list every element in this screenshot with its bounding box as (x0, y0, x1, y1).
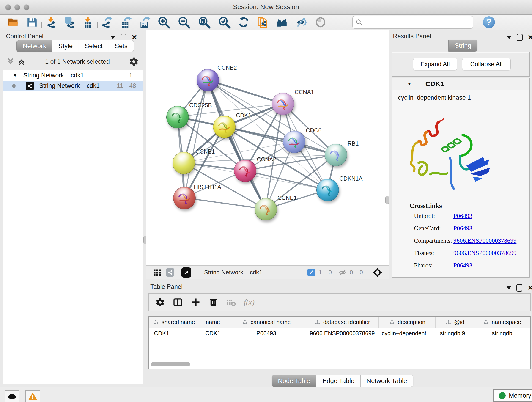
hide-selected-icon[interactable] (295, 16, 308, 29)
tab-select[interactable]: Select (79, 40, 109, 52)
cell-name[interactable]: CDK1 (199, 328, 227, 338)
network-edge-count: 48 (129, 82, 136, 89)
expand-all-icon[interactable] (17, 57, 26, 66)
network-tree: ▼ String Network – cdk1 1 String Network… (3, 70, 143, 384)
protein-thumbnail-icon (167, 106, 189, 128)
horizontal-scrollbar-thumb[interactable] (151, 362, 190, 366)
tab-sets[interactable]: Sets (109, 40, 134, 52)
node-CDC25B[interactable] (166, 106, 189, 128)
network-selection-status: 1 of 1 Network selected (26, 58, 129, 65)
panel-collapse-icon[interactable] (506, 286, 511, 289)
cell-shared-name[interactable]: CDK1 (149, 328, 199, 338)
zoom-selected-icon[interactable] (218, 16, 231, 29)
expand-all-button[interactable]: Expand All (413, 58, 457, 70)
selected-nodes-checkbox-icon[interactable]: ✓ (307, 269, 315, 276)
tab-network[interactable]: Network (17, 40, 52, 52)
cell-namespace[interactable]: stringdb (474, 328, 530, 338)
tab-style[interactable]: Style (52, 40, 79, 52)
tab-edge-table[interactable]: Edge Table (317, 375, 361, 387)
export-table-icon[interactable] (119, 16, 133, 29)
collapse-all-button[interactable]: Collapse All (462, 58, 511, 70)
help-button[interactable]: ? (483, 16, 495, 28)
panel-collapse-icon[interactable] (110, 36, 115, 39)
tab-network-table[interactable]: Network Table (361, 375, 413, 387)
import-network-database-icon[interactable] (63, 16, 76, 29)
panel-collapse-icon[interactable] (507, 36, 512, 39)
node-CCNA2[interactable] (234, 160, 256, 182)
fit-selected-crosshair-icon[interactable] (372, 267, 383, 278)
crosslink-link[interactable]: P06493 (453, 262, 472, 269)
cell-description[interactable]: cyclin–dependent ... (379, 328, 436, 338)
cloud-status-button[interactable] (5, 390, 19, 402)
panel-close-icon[interactable]: ✕ (527, 284, 532, 291)
search-input[interactable] (352, 16, 473, 29)
panel-float-icon[interactable] (516, 284, 522, 292)
open-in-new-window-icon[interactable] (181, 268, 191, 278)
show-columns-icon[interactable] (173, 297, 183, 307)
network-from-clipboard-icon[interactable] (256, 16, 269, 29)
column-header--id[interactable]: @id (436, 317, 474, 328)
zoom-fit-content-icon[interactable] (197, 16, 211, 29)
table-options-gear-icon[interactable] (155, 298, 165, 307)
toolbar-separator (41, 17, 42, 27)
export-network-icon[interactable] (100, 16, 114, 29)
node-CCNA1[interactable] (272, 93, 294, 115)
save-session-icon[interactable] (25, 16, 38, 29)
network-options-gear-icon[interactable] (129, 57, 139, 67)
open-session-icon[interactable] (6, 16, 20, 29)
grid-view-icon[interactable] (153, 268, 161, 277)
column-header-description[interactable]: description (379, 317, 436, 328)
cdk1-section-header[interactable]: ▼ CDK1 (392, 78, 530, 90)
node-label-CCNA1: CCNA1 (295, 89, 314, 95)
node-CCNB1[interactable] (172, 152, 195, 174)
panel-float-icon[interactable] (517, 34, 523, 41)
collapse-all-icon[interactable] (6, 57, 15, 66)
import-table-file-icon[interactable] (81, 16, 94, 29)
right-splitter-grip[interactable] (385, 196, 389, 204)
cell--id[interactable]: stringdb:9... (436, 328, 474, 338)
column-header-canonical-name[interactable]: canonical name (227, 317, 306, 328)
zoom-out-icon[interactable] (177, 16, 191, 29)
protein-thumbnail-icon (272, 93, 294, 115)
title-bar: Session: New Session (0, 0, 532, 15)
column-header-name[interactable]: name (199, 317, 227, 328)
import-network-file-icon[interactable] (44, 16, 58, 29)
refresh-network-icon[interactable] (237, 16, 250, 29)
panel-close-icon[interactable]: ✕ (132, 34, 137, 41)
network-row-selected[interactable]: String Network – cdk1 11 48 (3, 81, 143, 91)
tab-node-table[interactable]: Node Table (272, 375, 317, 387)
string-home-icon[interactable] (275, 16, 289, 29)
tab-string[interactable]: String (448, 40, 477, 51)
results-panel: Results Panel ✕ String Expand All Collap… (389, 30, 532, 279)
crosslink-link[interactable]: P06493 (453, 225, 472, 232)
node-HIST1H1A[interactable] (173, 187, 196, 209)
crosslink-link[interactable]: 9606.ENSP00000378699 (453, 249, 516, 256)
cell-database-identifier[interactable]: 9606.ENSP00000378699 (306, 328, 379, 338)
warnings-button[interactable] (25, 390, 40, 402)
node-CCNE1[interactable] (254, 198, 277, 220)
zoom-in-icon[interactable] (157, 16, 171, 29)
node-CDC6[interactable] (283, 131, 305, 153)
section-expander-icon[interactable]: ▼ (407, 81, 412, 87)
node-CDKN1A[interactable] (317, 179, 339, 201)
tree-expander-icon[interactable]: ▼ (13, 73, 17, 78)
network-view-type-icon[interactable] (166, 268, 174, 277)
column-header-shared-name[interactable]: shared name (149, 317, 199, 328)
crosslink-link[interactable]: P06493 (453, 212, 472, 219)
panel-close-icon[interactable]: ✕ (528, 34, 532, 41)
column-header-namespace[interactable]: namespace (474, 317, 530, 328)
crosslink-link[interactable]: 9606.ENSP00000378699 (453, 237, 516, 244)
export-image-icon[interactable] (138, 16, 151, 29)
delete-column-icon[interactable] (209, 298, 218, 307)
column-namespace-icon (153, 319, 159, 325)
network-canvas[interactable]: CCNB2CCNA1CDC25BCDK1CDC6RB1CCNB1CCNA2CDK… (146, 30, 389, 265)
add-column-icon[interactable] (191, 297, 201, 307)
node-RB1[interactable] (325, 144, 347, 166)
node-CDK1[interactable] (213, 115, 235, 138)
cell-canonical-name[interactable]: P06493 (227, 328, 306, 338)
memory-button[interactable]: Memory (493, 389, 532, 402)
network-collection-row[interactable]: ▼ String Network – cdk1 1 (3, 70, 143, 81)
show-all-hidden-icon[interactable] (314, 16, 327, 29)
column-header-database-identifier[interactable]: database identifier (306, 317, 379, 328)
node-CCNB2[interactable] (196, 69, 219, 91)
